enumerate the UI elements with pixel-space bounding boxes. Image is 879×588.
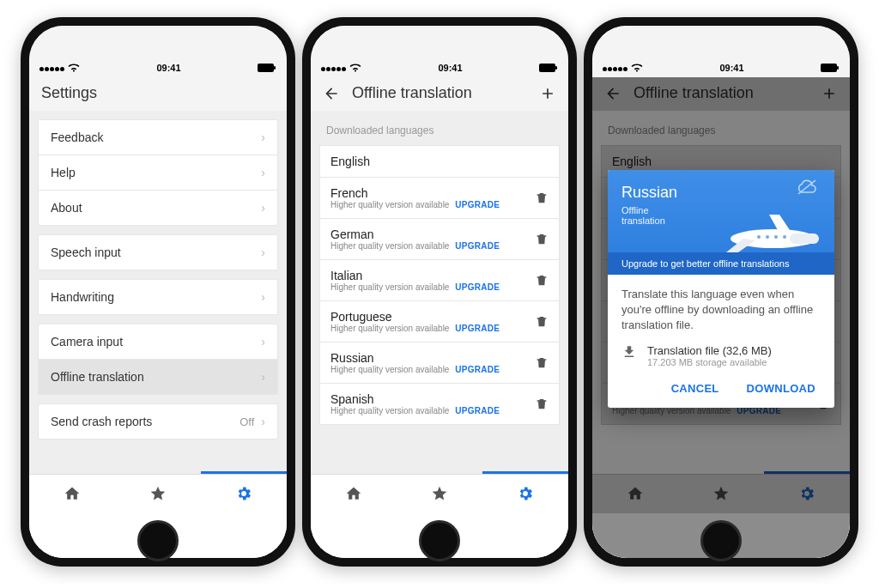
star-icon <box>149 485 167 502</box>
settings-row-about[interactable]: About› <box>39 191 277 225</box>
wifi-icon <box>68 64 80 72</box>
svg-point-12 <box>783 235 786 239</box>
bottom-nav <box>29 474 287 513</box>
svg-point-11 <box>774 235 778 239</box>
dialog-file-label: Translation file (32,6 MB) <box>647 344 772 357</box>
language-name: French <box>330 186 535 200</box>
dialog-file-row: Translation file (32,6 MB) 17.203 MB sto… <box>608 337 834 371</box>
trash-icon[interactable] <box>535 274 549 288</box>
svg-point-10 <box>766 235 769 239</box>
trash-icon[interactable] <box>535 397 549 411</box>
upgrade-link[interactable]: UPGRADE <box>455 200 500 209</box>
settings-content[interactable]: Feedback› Help› About› Speech input› Han… <box>29 111 287 474</box>
language-name: Russian <box>330 351 535 365</box>
dialog-cancel-button[interactable]: CANCEL <box>666 381 724 396</box>
settings-row-send-crash-reports[interactable]: Send crash reportsOff› <box>39 404 277 439</box>
svg-point-9 <box>757 235 761 239</box>
battery-icon <box>539 64 558 72</box>
chevron-right-icon: › <box>261 246 265 259</box>
add-icon[interactable] <box>539 85 556 102</box>
dialog-hero: Russian Offline translation <box>608 170 834 252</box>
settings-row-offline-translation[interactable]: Offline translation› <box>39 360 277 394</box>
language-row-spanish[interactable]: SpanishHigher quality version available … <box>319 384 560 425</box>
trash-icon[interactable] <box>535 233 549 246</box>
status-bar: 09:41 <box>592 26 850 77</box>
trash-icon[interactable] <box>535 315 549 329</box>
gear-icon <box>517 485 534 502</box>
status-time: 09:41 <box>156 63 180 73</box>
offline-header: Offline translation <box>311 77 568 111</box>
phone-frame: 09:41 Offline translation Downloaded lan… <box>584 17 858 567</box>
status-time: 09:41 <box>719 63 743 73</box>
status-time: 09:41 <box>438 63 462 73</box>
language-name: Portuguese <box>330 310 535 324</box>
settings-row-camera-input[interactable]: Camera input› <box>39 324 277 360</box>
language-row-german[interactable]: GermanHigher quality version available U… <box>319 219 560 260</box>
phone-frame: 09:41 Settings Feedback› Help› About› Sp… <box>21 17 295 567</box>
status-bar: 09:41 <box>29 26 287 77</box>
chevron-right-icon: › <box>261 130 265 144</box>
language-row-english[interactable]: English <box>319 145 560 178</box>
chevron-right-icon: › <box>261 201 265 215</box>
language-name: English <box>330 155 549 168</box>
home-icon <box>64 485 81 502</box>
svg-rect-5 <box>837 66 839 70</box>
chevron-right-icon: › <box>261 370 265 384</box>
upgrade-link[interactable]: UPGRADE <box>455 282 500 292</box>
chevron-right-icon: › <box>261 335 265 349</box>
upgrade-note: Higher quality version available UPGRADE <box>330 324 535 333</box>
language-row-russian[interactable]: RussianHigher quality version available … <box>319 342 560 384</box>
bottom-nav <box>311 474 568 513</box>
dialog-subtitle: Offline translation <box>621 205 821 226</box>
upgrade-link[interactable]: UPGRADE <box>455 324 500 333</box>
back-icon[interactable] <box>323 85 340 102</box>
download-dialog: Russian Offline translation Upgrade to g… <box>608 170 834 408</box>
language-row-french[interactable]: FrenchHigher quality version available U… <box>319 178 560 219</box>
home-button[interactable] <box>419 520 460 561</box>
upgrade-note: Higher quality version available UPGRADE <box>330 241 535 251</box>
page-title: Offline translation <box>352 84 472 102</box>
settings-row-speech-input[interactable]: Speech input› <box>39 235 277 270</box>
upgrade-link[interactable]: UPGRADE <box>455 241 500 251</box>
home-icon <box>345 485 362 502</box>
upgrade-link[interactable]: UPGRADE <box>455 406 500 415</box>
trash-icon[interactable] <box>535 356 549 370</box>
chevron-right-icon: › <box>261 290 265 304</box>
status-bar: 09:41 <box>311 26 568 77</box>
svg-rect-0 <box>258 64 274 72</box>
svg-rect-2 <box>539 64 555 72</box>
offline-content[interactable]: Downloaded languages EnglishFrenchHigher… <box>311 111 568 474</box>
svg-rect-1 <box>274 66 276 70</box>
home-button[interactable] <box>700 520 742 561</box>
gear-icon <box>235 485 252 502</box>
signal-dots-icon <box>321 63 347 73</box>
home-button[interactable] <box>137 520 179 561</box>
signal-dots-icon <box>603 63 628 73</box>
dialog-body-text: Translate this language even when you're… <box>608 275 834 337</box>
nav-home[interactable] <box>29 474 115 513</box>
download-icon <box>621 344 637 360</box>
nav-saved[interactable] <box>397 474 482 513</box>
settings-row-help[interactable]: Help› <box>39 155 277 191</box>
language-name: German <box>330 227 535 241</box>
nav-settings[interactable] <box>201 474 287 513</box>
nav-saved[interactable] <box>115 474 201 513</box>
language-row-italian[interactable]: ItalianHigher quality version available … <box>319 260 560 301</box>
language-row-portuguese[interactable]: PortugueseHigher quality version availab… <box>319 301 560 342</box>
phone-frame: 09:41 Offline translation Downloaded lan… <box>302 17 577 567</box>
wifi-icon <box>631 64 643 72</box>
language-name: Italian <box>330 269 535 282</box>
dialog-download-button[interactable]: DOWNLOAD <box>742 381 821 396</box>
upgrade-link[interactable]: UPGRADE <box>455 365 500 374</box>
wifi-icon <box>349 64 361 72</box>
settings-header: Settings <box>29 77 287 111</box>
upgrade-note: Higher quality version available UPGRADE <box>330 406 535 415</box>
chevron-right-icon: › <box>261 166 265 179</box>
settings-row-feedback[interactable]: Feedback› <box>39 120 277 155</box>
nav-home[interactable] <box>311 474 397 513</box>
nav-settings[interactable] <box>482 474 568 513</box>
settings-row-handwriting[interactable]: Handwriting› <box>39 280 277 314</box>
section-downloaded-label: Downloaded languages <box>311 111 568 142</box>
trash-icon[interactable] <box>535 191 549 205</box>
dialog-storage-label: 17.203 MB storage available <box>647 357 772 367</box>
